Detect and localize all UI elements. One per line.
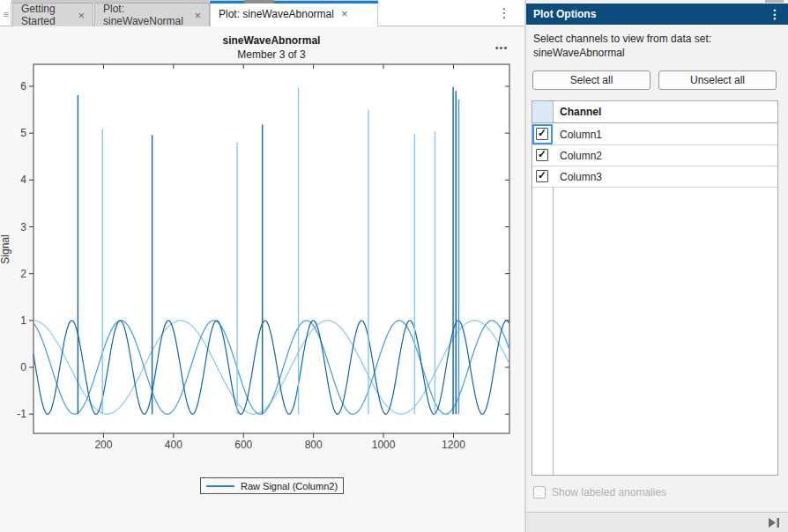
channel-column-header: Channel xyxy=(560,101,601,123)
svg-text:4: 4 xyxy=(20,174,26,186)
active-tab-accent xyxy=(210,1,378,4)
panel-description: Select channels to view from data set: xyxy=(533,33,711,45)
channel-checkbox[interactable]: ✓ xyxy=(536,128,548,140)
channel-checkbox[interactable]: ✓ xyxy=(536,170,548,182)
show-labeled-anomalies-checkbox xyxy=(533,486,546,499)
svg-text:600: 600 xyxy=(234,439,252,451)
collapse-panel-icon[interactable] xyxy=(767,517,781,528)
tab-plot-sinewaveabnormal[interactable]: Plot: sineWaveAbnormal × xyxy=(210,0,378,26)
show-labeled-anomalies-label: Show labeled anomalies xyxy=(552,486,666,499)
tabbar-separator xyxy=(11,2,11,26)
table-header-row: Channel xyxy=(532,101,777,123)
table-row[interactable]: ✓ Column1 xyxy=(532,124,777,145)
tab-label: Plot: sineWaveNormal xyxy=(103,3,187,27)
figure-panel: sineWaveAbnormal Member 3 of 3 ••• 20040… xyxy=(0,26,525,532)
tab-close-icon[interactable]: × xyxy=(341,8,348,19)
checkbox-cell: ✓ xyxy=(532,145,553,166)
svg-text:800: 800 xyxy=(305,439,323,451)
checkbox-cell: ✓ xyxy=(532,166,553,187)
tile-drag-handle[interactable] xyxy=(244,0,274,4)
svg-text:400: 400 xyxy=(165,439,182,451)
panel-title: Plot Options xyxy=(533,8,596,20)
checkbox-column-header xyxy=(532,101,553,122)
plot-legend: Raw Signal (Column2) xyxy=(200,477,344,494)
svg-text:5: 5 xyxy=(20,127,26,139)
tab-bar: ≡ Getting Started × Plot: sineWaveNormal… xyxy=(0,0,525,26)
tab-getting-started[interactable]: Getting Started × xyxy=(12,3,93,26)
table-row[interactable]: ✓ Column2 xyxy=(532,145,777,166)
channel-label: Column2 xyxy=(560,145,602,166)
tab-label: Getting Started xyxy=(21,3,71,27)
legend-entry-label: Raw Signal (Column2) xyxy=(241,481,338,491)
legend-line-sample xyxy=(206,485,234,487)
tab-plot-sinewavenormal[interactable]: Plot: sineWaveNormal × xyxy=(94,3,210,26)
svg-text:6: 6 xyxy=(20,80,26,92)
channel-label: Column3 xyxy=(560,166,602,188)
checkmark-icon: ✓ xyxy=(538,169,546,181)
select-all-button[interactable]: Select all xyxy=(532,70,650,90)
panel-header: Plot Options ⋮ xyxy=(526,4,788,25)
svg-text:-1: -1 xyxy=(17,408,26,420)
svg-text:200: 200 xyxy=(94,439,112,451)
tab-label: Plot: sineWaveAbnormal xyxy=(219,8,334,20)
unselect-all-button[interactable]: Unselect all xyxy=(658,70,777,90)
document-area: ≡ Getting Started × Plot: sineWaveNormal… xyxy=(0,0,525,532)
svg-text:1: 1 xyxy=(20,314,26,327)
svg-text:1200: 1200 xyxy=(442,439,465,451)
channel-table: Channel ✓ Column1 ✓ Column2 ✓ xyxy=(532,100,778,476)
svg-text:2: 2 xyxy=(20,268,26,280)
tab-close-icon[interactable]: × xyxy=(78,10,85,21)
svg-text:0: 0 xyxy=(20,361,26,373)
channel-label: Column1 xyxy=(560,124,602,145)
table-row[interactable]: ✓ Column3 xyxy=(532,166,777,188)
tab-close-icon[interactable]: × xyxy=(194,10,201,21)
channel-checkbox[interactable]: ✓ xyxy=(536,149,548,161)
panel-menu-icon[interactable]: ⋮ xyxy=(769,4,781,25)
plot-options-panel: Plot Options ⋮ Select channels to view f… xyxy=(526,0,788,532)
plot-canvas[interactable]: 20040060080010001200-10123456 xyxy=(0,26,525,532)
checkmark-icon: ✓ xyxy=(538,127,546,139)
tabbar-overflow-menu-icon[interactable]: ⋮ xyxy=(496,4,512,22)
checkmark-icon: ✓ xyxy=(538,148,546,160)
panel-footer xyxy=(526,512,788,532)
panel-dataset-name: sineWaveAbnormal xyxy=(533,47,625,59)
svg-text:1000: 1000 xyxy=(372,439,396,451)
panel-drag-handle[interactable] xyxy=(765,0,784,3)
svg-text:3: 3 xyxy=(20,221,26,233)
checkbox-cell: ✓ xyxy=(532,124,553,144)
y-axis-label: Signal xyxy=(0,221,11,277)
